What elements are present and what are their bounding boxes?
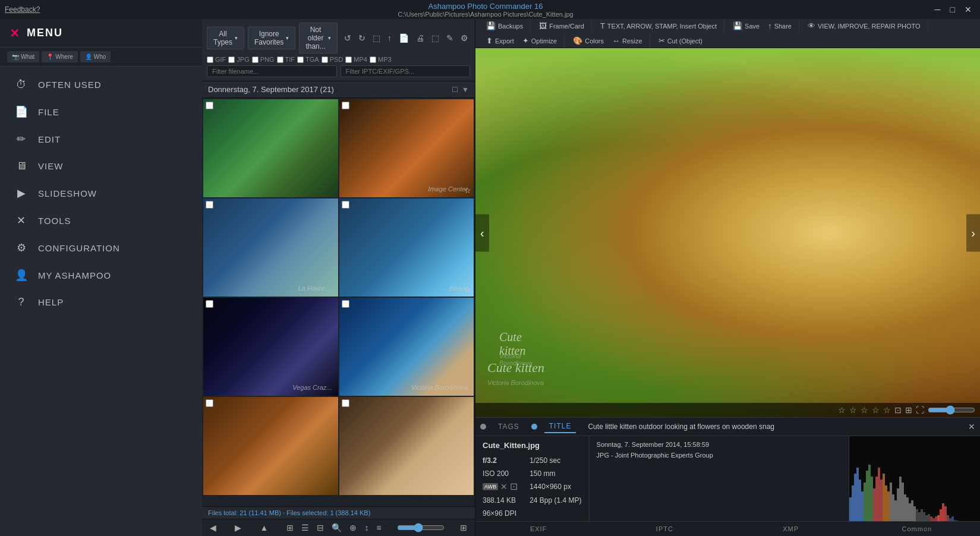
edit-meta-btn[interactable]: ✎ <box>443 31 456 45</box>
import-btn[interactable]: ⬚ <box>370 31 383 45</box>
list-view-btn[interactable]: ☰ <box>298 522 312 534</box>
zoom-fit-icon[interactable]: ⊡ <box>894 405 902 415</box>
tab-common[interactable]: Common <box>854 522 980 536</box>
nav-up-btn[interactable]: ▲ <box>257 522 271 534</box>
collapse-icon[interactable]: ☐ <box>452 86 458 94</box>
title-bar-controls[interactable]: ─ □ ✕ <box>931 4 975 15</box>
photo-select-checkbox[interactable] <box>342 201 349 209</box>
filter-type-dropdown[interactable]: All Types ▾ <box>207 27 244 49</box>
scan-btn[interactable]: ⬚ <box>428 31 442 45</box>
search-btn[interactable]: 🔍 <box>329 522 345 534</box>
info-close-btn[interactable]: ✕ <box>968 422 975 431</box>
fullscreen-icon[interactable]: ⛶ <box>916 405 924 415</box>
filter-iptc-input[interactable] <box>341 65 471 77</box>
photo-select-checkbox[interactable] <box>206 201 213 209</box>
minimize-btn[interactable]: ─ <box>931 4 944 15</box>
preview-nav-prev[interactable]: ‹ <box>475 214 489 251</box>
photo-thumb[interactable]: ☆ Image Center <box>339 99 474 197</box>
filter-favorites-dropdown[interactable]: Ignore Favorites ▾ <box>248 27 295 49</box>
save-btn[interactable]: 💾 Save <box>729 19 763 33</box>
fit-icon[interactable]: ⊡ <box>510 481 518 492</box>
preview-zoom-slider[interactable] <box>928 405 975 415</box>
photo-select-checkbox[interactable] <box>342 102 349 109</box>
sidebar-item-often-used[interactable]: ⏱ OFTEN USED <box>0 71 202 98</box>
filter-psd[interactable]: PSD <box>322 56 344 63</box>
close-menu-icon[interactable]: ✕ <box>10 26 20 40</box>
sidebar-item-file[interactable]: 📄 FILE <box>0 98 202 125</box>
title-bar-feedback[interactable]: Feedback? <box>5 5 40 14</box>
filter-mp4[interactable]: MP4 <box>345 56 367 63</box>
redo-btn[interactable]: ↻ <box>355 31 368 45</box>
tab-title[interactable]: TITLE <box>544 420 576 433</box>
photo-select-checkbox[interactable] <box>206 102 213 109</box>
nav-prev-btn[interactable]: ◀ <box>207 522 219 534</box>
filter-btn[interactable]: ≡ <box>373 522 384 534</box>
zoom-actual-icon[interactable]: ⊞ <box>905 405 912 415</box>
filter-gif[interactable]: GIF <box>207 56 226 63</box>
zoom-in-btn[interactable]: ⊕ <box>346 522 360 534</box>
cut-object-btn[interactable]: ✂ Cut (Object) <box>655 34 706 48</box>
frame-card-btn[interactable]: 🖼 Frame/Card <box>535 19 588 33</box>
sidebar-item-view[interactable]: 🖥 VIEW <box>0 153 202 179</box>
photo-thumb[interactable] <box>203 397 338 495</box>
photo-select-checkbox[interactable] <box>342 300 349 308</box>
thumb-size-max-btn[interactable]: ⊞ <box>457 522 470 534</box>
backups-btn[interactable]: 💾 Backups <box>483 19 527 33</box>
filter-filename-input[interactable] <box>207 65 337 77</box>
awb-edit-icon[interactable]: ✕ <box>500 482 508 491</box>
filter-tif[interactable]: TIF <box>277 56 295 63</box>
maximize-btn[interactable]: □ <box>947 4 959 15</box>
undo-btn[interactable]: ↺ <box>341 31 354 45</box>
view-improve-btn[interactable]: 👁 VIEW, IMPROVE, REPAIR PHOTO <box>804 19 924 33</box>
thumb-size-slider[interactable] <box>397 523 445 532</box>
print-btn[interactable]: 🖨 <box>413 31 427 45</box>
quick-btn-where[interactable]: 📍 Where <box>42 51 77 62</box>
quick-btn-who[interactable]: 👤 Who <box>80 51 111 62</box>
detail-view-btn[interactable]: ⊟ <box>314 522 327 534</box>
star-rating-icon4[interactable]: ☆ <box>872 405 880 415</box>
tab-xmp[interactable]: XMP <box>728 522 854 536</box>
quick-btn-what[interactable]: 📷 What <box>7 51 39 62</box>
sort-btn[interactable]: ↕ <box>361 522 371 534</box>
photo-select-checkbox[interactable] <box>342 399 349 407</box>
resize-btn[interactable]: ↔ Resize <box>609 34 646 48</box>
filter-date-dropdown[interactable]: Not older than... ▾ <box>299 23 337 53</box>
photo-thumb[interactable]: La Havre ... <box>203 198 338 297</box>
star-rating-icon5[interactable]: ☆ <box>883 405 891 415</box>
copy-btn[interactable]: 📄 <box>396 31 412 45</box>
filter-jpg[interactable]: JPG <box>228 56 249 63</box>
star-rating-icon2[interactable]: ☆ <box>849 405 857 415</box>
filter-tga[interactable]: TGA <box>297 56 319 63</box>
photo-select-checkbox[interactable] <box>206 399 213 407</box>
preview-nav-next[interactable]: › <box>966 214 980 251</box>
sidebar-item-slideshow[interactable]: ▶ SLIDESHOW <box>0 179 202 207</box>
photo-thumb[interactable] <box>203 99 338 197</box>
date-group-header[interactable]: Donnerstag, 7. September 2017 (21) ☐ ▼ <box>202 81 475 98</box>
star-rating-icon3[interactable]: ☆ <box>861 405 868 415</box>
photo-thumb[interactable] <box>339 397 474 495</box>
photo-thumb[interactable]: Vegas Craz... <box>203 298 338 396</box>
filter-mp3[interactable]: MP3 <box>370 56 392 63</box>
expand-icon[interactable]: ▼ <box>462 86 469 94</box>
grid-view-btn[interactable]: ⊞ <box>283 522 297 534</box>
sidebar-item-edit[interactable]: ✏ EDIT <box>0 125 202 153</box>
text-arrow-btn[interactable]: T TEXT, ARROW, STAMP, Insert Object <box>597 19 720 33</box>
share-btn[interactable]: ↑ Share <box>764 19 795 33</box>
sidebar-item-configuration[interactable]: ⚙ CONFIGURATION <box>0 234 202 261</box>
share-icon-btn[interactable]: ↑ <box>385 31 395 45</box>
export-btn[interactable]: ⬆ Export <box>483 34 518 48</box>
photo-thumb[interactable]: Victoria Borodinova <box>339 298 474 396</box>
colors-btn[interactable]: 🎨 Colors <box>569 34 607 48</box>
tab-iptc[interactable]: IPTC <box>601 522 727 536</box>
close-btn[interactable]: ✕ <box>961 4 975 15</box>
star-rating-icon[interactable]: ☆ <box>838 405 846 415</box>
photo-select-checkbox[interactable] <box>206 300 213 308</box>
nav-next-btn[interactable]: ▶ <box>232 522 244 534</box>
filter-png[interactable]: PNG <box>252 56 275 63</box>
photo-thumb[interactable]: ☆ ... Beach <box>339 198 474 297</box>
sidebar-item-my-ashampoo[interactable]: 👤 MY ASHAMPOO <box>0 261 202 289</box>
sidebar-item-tools[interactable]: ✕ TOOLS <box>0 207 202 234</box>
tools2-btn[interactable]: ⚙ <box>458 31 471 45</box>
optimize-btn[interactable]: ✦ Optimize <box>519 34 560 48</box>
tab-exif[interactable]: EXIF <box>475 522 601 536</box>
